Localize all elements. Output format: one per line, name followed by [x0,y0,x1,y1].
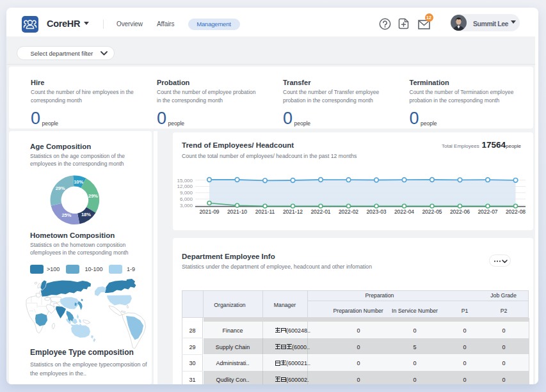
svg-text:2021-09: 2021-09 [199,208,219,215]
svg-text:9,000: 9,000 [180,190,193,196]
svg-text:18%: 18% [81,211,90,217]
svg-text:2022-04: 2022-04 [394,208,414,215]
svg-text:12,000: 12,000 [177,184,193,189]
svg-text:2022-07: 2022-07 [478,208,497,215]
svg-text:29%: 29% [88,193,97,199]
svg-text:2021-11: 2021-11 [255,208,275,215]
svg-text:15,000: 15,000 [177,178,193,184]
svg-text:10%: 10% [74,178,83,184]
svg-text:25%: 25% [61,212,71,218]
svg-text:2021-10: 2021-10 [227,208,247,215]
svg-text:2022-02: 2022-02 [339,208,358,215]
svg-text:2022-05: 2022-05 [422,208,442,215]
svg-text:3,000: 3,000 [180,203,193,208]
svg-text:2021-12: 2021-12 [283,208,303,215]
svg-text:29%: 29% [55,185,65,191]
svg-text:2022-01: 2022-01 [310,208,330,215]
svg-text:2023-03: 2023-03 [366,208,386,215]
svg-text:2022-06: 2022-06 [450,208,470,215]
svg-text:6,000: 6,000 [180,196,193,202]
svg-text:2022-08: 2022-08 [506,208,526,215]
